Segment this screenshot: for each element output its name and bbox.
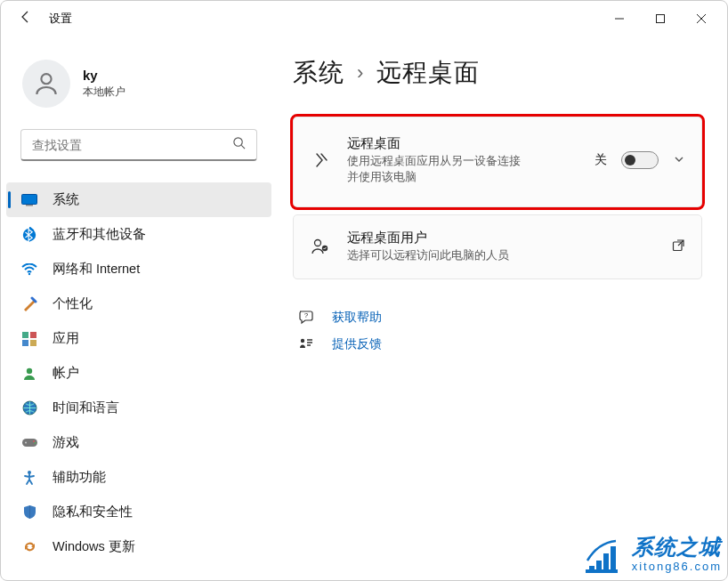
- card-subtitle: 选择可以远程访问此电脑的人员: [347, 248, 656, 264]
- sidebar-item-label: 隐私和安全性: [53, 504, 133, 520]
- svg-point-25: [301, 338, 304, 342]
- title-bar: 设置: [1, 1, 727, 36]
- svg-rect-9: [22, 332, 28, 338]
- brush-icon: [20, 295, 38, 313]
- person-icon: [20, 365, 38, 383]
- apps-icon: [20, 330, 38, 348]
- sidebar-item-time-language[interactable]: 时间和语言: [6, 391, 271, 425]
- remote-desktop-card[interactable]: 远程桌面 使用远程桌面应用从另一设备连接并使用该电脑 关: [293, 117, 702, 207]
- card-title: 远程桌面: [347, 135, 578, 152]
- remote-users-card[interactable]: 远程桌面用户 选择可以远程访问此电脑的人员: [293, 214, 702, 279]
- watermark-url: xitong86.com: [632, 560, 722, 573]
- feedback-icon: [296, 337, 316, 351]
- svg-line-4: [241, 145, 245, 149]
- accessibility-icon: [20, 469, 38, 487]
- card-title: 远程桌面用户: [347, 230, 656, 246]
- user-profile[interactable]: ky 本地帐户: [1, 47, 277, 124]
- svg-point-19: [34, 442, 36, 444]
- svg-point-13: [27, 367, 32, 373]
- search-box[interactable]: [20, 129, 257, 161]
- sidebar-item-privacy[interactable]: 隐私和安全性: [6, 495, 271, 529]
- maximize-button[interactable]: [640, 4, 681, 33]
- remote-desktop-icon: [310, 151, 331, 169]
- link-label: 获取帮助: [332, 310, 382, 326]
- sidebar-item-label: 辅助功能: [53, 469, 106, 486]
- toggle-label: 关: [595, 152, 607, 168]
- user-account-type: 本地帐户: [83, 85, 125, 100]
- game-icon: [20, 434, 38, 452]
- sidebar: ky 本地帐户 系统 蓝牙和其他设备 网络和 In: [1, 36, 277, 580]
- users-icon: [310, 238, 331, 255]
- sidebar-item-update[interactable]: Windows 更新: [6, 529, 271, 564]
- svg-rect-6: [26, 205, 33, 206]
- sidebar-item-label: 帐户: [53, 365, 79, 382]
- sidebar-item-label: 蓝牙和其他设备: [53, 226, 146, 243]
- sidebar-item-label: 个性化: [53, 295, 93, 312]
- svg-point-18: [33, 440, 35, 442]
- sidebar-item-accounts[interactable]: 帐户: [6, 356, 271, 391]
- help-icon: ?: [296, 310, 316, 325]
- sidebar-item-label: 网络和 Internet: [53, 261, 140, 278]
- svg-rect-10: [30, 332, 36, 338]
- svg-rect-5: [22, 194, 37, 204]
- user-name: ky: [83, 68, 125, 83]
- sidebar-item-label: 系统: [53, 191, 79, 208]
- sidebar-item-apps[interactable]: 应用: [6, 321, 271, 356]
- svg-point-3: [234, 138, 242, 146]
- sidebar-item-label: 时间和语言: [53, 399, 119, 416]
- back-button[interactable]: [19, 10, 33, 28]
- svg-rect-11: [22, 340, 28, 346]
- remote-desktop-toggle[interactable]: [621, 151, 659, 169]
- sidebar-item-accessibility[interactable]: 辅助功能: [6, 460, 271, 495]
- watermark: 系统之城 xitong86.com: [580, 534, 722, 575]
- search-input[interactable]: [21, 138, 222, 152]
- page-title: 远程桌面: [376, 56, 480, 90]
- globe-icon: [20, 399, 38, 417]
- sidebar-item-bluetooth[interactable]: 蓝牙和其他设备: [6, 217, 271, 252]
- link-label: 提供反馈: [332, 336, 382, 352]
- svg-point-21: [315, 240, 321, 246]
- svg-point-8: [28, 272, 30, 274]
- sidebar-item-gaming[interactable]: 游戏: [6, 425, 271, 460]
- minimize-button[interactable]: [599, 4, 640, 33]
- external-link-icon: [672, 238, 685, 254]
- card-subtitle: 使用远程桌面应用从另一设备连接并使用该电脑: [347, 154, 525, 185]
- nav-list: 系统 蓝牙和其他设备 网络和 Internet 个性化 应用 帐户: [1, 182, 277, 564]
- wifi-icon: [20, 261, 38, 278]
- breadcrumb-parent[interactable]: 系统: [293, 56, 344, 90]
- svg-rect-1: [657, 15, 665, 23]
- chevron-right-icon: ›: [357, 61, 364, 85]
- feedback-link[interactable]: 提供反馈: [293, 331, 702, 358]
- sidebar-item-personalization[interactable]: 个性化: [6, 286, 271, 321]
- sidebar-item-label: Windows 更新: [53, 538, 135, 555]
- update-icon: [20, 538, 38, 556]
- watermark-logo-icon: [580, 534, 623, 575]
- system-icon: [20, 191, 38, 209]
- svg-point-17: [25, 442, 27, 444]
- sidebar-item-label: 游戏: [53, 434, 79, 451]
- content-area: 系统 › 远程桌面 远程桌面 使用远程桌面应用从另一设备连接并使用该电脑 关: [277, 36, 727, 580]
- search-icon: [222, 136, 256, 153]
- close-button[interactable]: [681, 4, 722, 33]
- window-title: 设置: [49, 11, 72, 27]
- bluetooth-icon: [20, 226, 38, 244]
- svg-point-2: [41, 74, 51, 84]
- watermark-brand: 系统之城: [632, 537, 722, 558]
- sidebar-item-label: 应用: [53, 330, 79, 347]
- breadcrumb: 系统 › 远程桌面: [293, 56, 702, 90]
- sidebar-item-system[interactable]: 系统: [6, 182, 271, 217]
- get-help-link[interactable]: ? 获取帮助: [293, 304, 702, 331]
- sidebar-item-network[interactable]: 网络和 Internet: [6, 252, 271, 286]
- chevron-down-icon[interactable]: [673, 153, 685, 168]
- shield-icon: [20, 504, 38, 521]
- avatar: [22, 60, 70, 108]
- svg-rect-12: [30, 340, 36, 346]
- svg-text:?: ?: [304, 311, 309, 319]
